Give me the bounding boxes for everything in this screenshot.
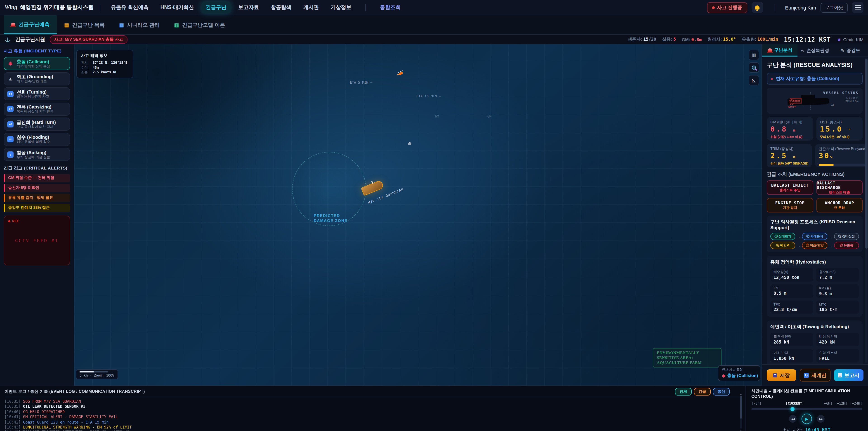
step-towing-force[interactable]: ④ 예인력 xyxy=(770,242,796,249)
hydro-tpc: TPC22.8 t/cm xyxy=(770,301,813,314)
eta-15min-label: ETA 15 MIN — xyxy=(416,94,441,98)
panel-scrollbar[interactable] xyxy=(865,57,868,363)
notifications-button[interactable] xyxy=(752,2,763,13)
incident-type-grounding[interactable]: ▲ 좌초 (Grounding)해저 접촉/암초 좌초 xyxy=(4,72,70,85)
anchor-drop-button[interactable]: ANCHOR DROP묘 투하 xyxy=(816,198,863,212)
save-button[interactable]: 저장 xyxy=(767,369,796,381)
sensitive-area-box: ENVIRONMENTALLY SENSITIVE AREA: AQUACULT… xyxy=(653,348,721,368)
towing-title: 예인력 / 이초력 (Towing & Refloating) xyxy=(770,324,859,330)
hard-turn-icon: ↩ xyxy=(7,121,13,127)
tab-rescue-list[interactable]: ▤ 긴급구난 목록 xyxy=(57,16,112,34)
eta-5min-label: ETA 5 MIN — xyxy=(350,81,372,85)
filter-comms[interactable]: 통신 xyxy=(713,388,730,396)
alert-missing-crew[interactable]: 승선자 5명 미확인 xyxy=(4,184,70,192)
analysis-scroll-area[interactable]: 구난 분석 (RESCUE ANALYSIS) ● 현재 사고유형: 충돌 (C… xyxy=(762,57,865,364)
nav-item-weather[interactable]: 기상정보 xyxy=(327,2,355,13)
scroll-up-icon[interactable]: ▲ xyxy=(740,392,742,395)
hydro-kg: KG8.5 m xyxy=(770,284,813,298)
required-towing-force: 필요 예인력285 kN xyxy=(770,333,813,346)
skip-forward-button[interactable]: ▶▶ xyxy=(817,415,825,423)
analysis-tabs: 구난분석 ∞ 손상복원성 ✎ 종강도 xyxy=(762,44,868,57)
gm-map-label: GM xyxy=(487,114,491,118)
app-logo[interactable]: Wing 해양환경 위기대응 통합시스템 xyxy=(4,4,94,11)
hydro-km: KM (횡)9.3 m xyxy=(816,284,859,298)
hydrostatics-card: 유체 정역학 (Hydrostatics) 배수량(Δ)12,450 ton 흘… xyxy=(767,256,863,317)
waterline-label: WL xyxy=(831,104,835,107)
step-status-assessment[interactable]: ① 상태평가 xyxy=(770,233,796,240)
gm-metric-card: GM (메타센터 높이) 0.8 m 위험 (기준: 1.5m 이상) xyxy=(767,117,813,141)
slider-thumb[interactable] xyxy=(790,407,794,411)
helicopter-marker[interactable] xyxy=(399,72,403,75)
skip-back-button[interactable]: ◀◀ xyxy=(789,415,797,423)
map-canvas[interactable]: 사고 해역 정보 위치37°28'N, 126°15'E 수심45m 조류2.5… xyxy=(74,44,762,386)
filter-all[interactable]: 전체 xyxy=(675,388,692,396)
nav-item-emergency-rescue[interactable]: 긴급구난 xyxy=(202,2,230,13)
incident-type-heading: 사고 유형 (INCIDENT TYPE) xyxy=(4,49,70,54)
app-title: 해양환경 위기대응 통합시스템 xyxy=(20,4,94,11)
nav-item-oil-spill[interactable]: 유출유 확산예측 xyxy=(107,2,153,13)
rescue-analysis-title: 구난 분석 (RESCUE ANALYSIS) xyxy=(767,61,863,69)
impact-circle xyxy=(789,99,794,105)
live-dot-icon xyxy=(712,6,715,9)
map-measure-button[interactable]: ◺ xyxy=(749,75,759,86)
user-name: Eunjeong Kim xyxy=(785,5,816,10)
siren-icon xyxy=(11,23,16,26)
incident-type-hard-turn[interactable]: ↩ 급선회 (Hard Turn)고속 급선회에 의한 경사 xyxy=(4,118,70,131)
ballast-discharge-button[interactable]: BALLAST DISCHARGE밸러스트 배출 xyxy=(816,180,863,195)
floppy-icon xyxy=(773,373,777,377)
scale-bar xyxy=(80,371,107,372)
nav-item-aerial-search[interactable]: 항공탐색 xyxy=(267,2,296,13)
recalculate-button[interactable]: ↻ 재계산 xyxy=(800,369,831,381)
incident-type-flooding[interactable]: ≈ 침수 (Flooding)해수 유입에 의한 침수 xyxy=(4,133,70,146)
log-scrollbar[interactable]: ▲ ▼ xyxy=(740,392,742,431)
timeline-slider[interactable] xyxy=(751,408,862,410)
step-equipment-selection[interactable]: ③ 장비선정 xyxy=(834,233,859,240)
bottom-bar: 이벤트 로그 / 통신 기록 (EVENT LOG / COMMUNICATIO… xyxy=(0,386,868,431)
nav-item-hns[interactable]: HNS·대기확산 xyxy=(156,2,198,13)
vessel-status-title: VESSEL STATUS xyxy=(823,91,859,95)
event-log-list[interactable]: [10:35] SOS FROM M/V SEA GUARDIAN [10:35… xyxy=(4,399,741,431)
tab-scenario-management[interactable]: ▦ 시나리오 관리 xyxy=(112,16,167,34)
tab-rescue-forecast[interactable]: 긴급구난예측 xyxy=(4,16,57,34)
step-outflow[interactable]: ⑥ 유출량 xyxy=(834,242,859,249)
nav-item-integrated-search[interactable]: 통합조회 xyxy=(376,2,405,13)
alert-strength-limit[interactable]: 종강도 한계치 88% 접근 xyxy=(4,204,70,212)
app-root: Wing 해양환경 위기대응 통합시스템 유출유 확산예측 HNS·대기확산 긴… xyxy=(0,0,868,431)
engine-stop-button[interactable]: ENGINE STOP기관 정지 xyxy=(767,198,813,212)
report-button[interactable]: 보고서 xyxy=(834,369,864,381)
map-search-button[interactable] xyxy=(749,62,759,73)
incident-type-sinking[interactable]: ↓ 침몰 (Sinking)부력 상실에 의한 침몰 xyxy=(4,148,70,161)
tab-damage-stability[interactable]: ∞ 손상복원성 xyxy=(798,44,833,57)
hydrostatics-title: 유체 정역학 (Hydrostatics) xyxy=(770,259,859,265)
cctv-feed-label: CCTV FEED #1 xyxy=(4,238,70,243)
rock-icon: ▲ xyxy=(7,75,13,82)
incident-type-turning[interactable]: ↻ 선회 (Turning)급격한 방향전환 사고 xyxy=(4,87,70,100)
filter-emergency[interactable]: 긴급 xyxy=(694,388,711,396)
logout-button[interactable]: 로그아웃 xyxy=(820,2,848,12)
step-refloat-salvage[interactable]: ⑤ 이초/인양 xyxy=(802,242,827,249)
current-incident-type-badge: 현재 사고 유형 ✱ 충돌 (Collision) xyxy=(718,365,761,381)
event-log-section: 이벤트 로그 / 통신 기록 (EVENT LOG / COMMUNICATIO… xyxy=(0,386,745,431)
step-case-analysis[interactable]: ② 사례분석 xyxy=(802,233,827,240)
tab-longitudinal-strength[interactable]: ✎ 종강도 xyxy=(833,44,868,57)
map-layers-button[interactable]: ▦ xyxy=(749,50,759,60)
alert-oil-leak[interactable]: 유류 유출 감지 - 방제 필요 xyxy=(4,194,70,202)
menu-button[interactable] xyxy=(852,2,864,13)
nav-item-reports[interactable]: 보고자료 xyxy=(234,2,263,13)
alert-gm-danger[interactable]: GM 위험 수준 — 전복 위험 xyxy=(4,174,70,182)
tab-rescue-analysis[interactable]: 구난분석 xyxy=(762,44,798,57)
scroll-down-icon[interactable]: ▼ xyxy=(740,429,742,431)
nav-item-board[interactable]: 게시판 xyxy=(299,2,323,13)
turning-icon: ↻ xyxy=(7,91,13,97)
play-button[interactable]: ▶ xyxy=(802,413,812,424)
response-ship-marker[interactable] xyxy=(408,143,411,145)
bell-icon xyxy=(755,5,760,9)
scrollbar-thumb[interactable] xyxy=(740,396,742,419)
log-entry: [10:35] SOS FROM M/V SEA GUARDIAN xyxy=(4,399,741,404)
incident-type-collision[interactable]: ✱ 충돌 (Collision)외력에 의한 선체 손상 xyxy=(4,57,70,70)
tab-rescue-model-theory[interactable]: ▥ 긴급구난모델 이론 xyxy=(167,16,232,34)
scrollbar-thumb[interactable] xyxy=(865,59,868,248)
ballast-inject-button[interactable]: BALLAST INJECT밸러스트 주입 xyxy=(767,180,813,195)
collision-icon: ✱ xyxy=(7,60,13,67)
incident-type-capsizing[interactable]: ↺ 전복 (Capsizing)복원력 상실에 의한 전복 xyxy=(4,102,70,116)
